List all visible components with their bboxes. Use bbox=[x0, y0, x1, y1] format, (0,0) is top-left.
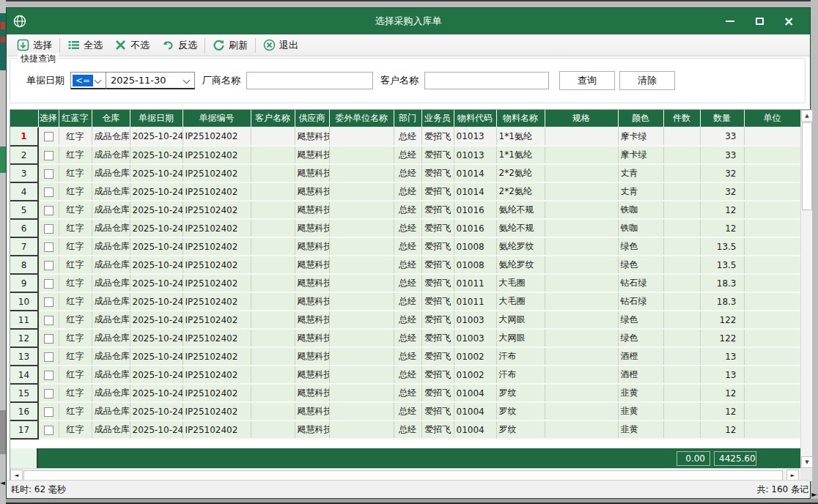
row-checkbox[interactable] bbox=[44, 279, 54, 289]
cell-mat_name[interactable]: 2*2氨纶 bbox=[496, 182, 545, 201]
column-header[interactable]: 规格 bbox=[545, 110, 618, 127]
cell-salesman[interactable]: 爱招飞 bbox=[421, 366, 454, 384]
cell-spec[interactable] bbox=[545, 146, 618, 164]
cell-pieces[interactable] bbox=[663, 347, 700, 366]
cell-red_blue[interactable]: 红字 bbox=[59, 182, 92, 201]
cell-pieces[interactable] bbox=[663, 164, 700, 182]
cell-color[interactable]: 钻石绿 bbox=[618, 274, 663, 292]
cell-mat_name[interactable]: 氨纶罗纹 bbox=[496, 237, 545, 256]
column-header[interactable]: 业务员 bbox=[421, 110, 454, 127]
cell-date[interactable]: 2025-10-24 bbox=[130, 402, 183, 420]
cell-doc_no[interactable]: IP25102402 bbox=[183, 384, 251, 402]
cell-mat_code[interactable]: 01014 bbox=[454, 182, 496, 201]
cell-mat_name[interactable]: 2*2氨纶 bbox=[496, 164, 545, 182]
cell-pieces[interactable] bbox=[663, 366, 700, 384]
row-checkbox[interactable] bbox=[44, 426, 54, 435]
cell-red_blue[interactable]: 红字 bbox=[59, 201, 92, 219]
cell-color[interactable]: 绿色 bbox=[618, 256, 663, 274]
row-number[interactable]: 5 bbox=[10, 201, 38, 219]
cell-date[interactable]: 2025-10-24 bbox=[130, 182, 183, 201]
cell-salesman[interactable]: 爱招飞 bbox=[421, 256, 454, 274]
cell-customer[interactable] bbox=[251, 237, 295, 256]
cell-date[interactable]: 2025-10-24 bbox=[130, 237, 183, 256]
cell-unit[interactable] bbox=[744, 366, 800, 384]
cell-pieces[interactable] bbox=[663, 182, 700, 201]
cell-salesman[interactable]: 爱招飞 bbox=[421, 402, 454, 420]
cell-color[interactable]: 丈青 bbox=[618, 182, 663, 201]
cell-spec[interactable] bbox=[545, 329, 618, 347]
cell-dept[interactable]: 总经 bbox=[394, 127, 421, 146]
cell-warehouse[interactable]: 成品仓库 bbox=[92, 237, 130, 256]
row-checkbox[interactable] bbox=[44, 224, 54, 234]
cell-unit[interactable] bbox=[744, 127, 800, 146]
column-header[interactable]: 仓库 bbox=[92, 110, 130, 127]
cell-date[interactable]: 2025-10-24 bbox=[130, 420, 183, 439]
row-number[interactable]: 8 bbox=[10, 256, 38, 274]
select-button[interactable]: 选择 bbox=[11, 37, 58, 54]
cell-qty[interactable]: 32 bbox=[700, 182, 744, 201]
cell-spec[interactable] bbox=[545, 366, 618, 384]
cell-dept[interactable]: 总经 bbox=[394, 237, 421, 256]
cell-color[interactable]: 绿色 bbox=[618, 311, 663, 329]
cell-dept[interactable]: 总经 bbox=[394, 182, 421, 201]
cell-mat_code[interactable]: 01013 bbox=[454, 146, 496, 164]
cell-mat_name[interactable]: 罗纹 bbox=[496, 402, 545, 420]
cell-salesman[interactable]: 爱招飞 bbox=[421, 182, 454, 201]
row-number[interactable]: 16 bbox=[10, 402, 38, 420]
cell-outsource[interactable] bbox=[329, 402, 394, 420]
cell-doc_no[interactable]: IP25102402 bbox=[183, 311, 251, 329]
cell-customer[interactable] bbox=[251, 164, 295, 182]
cell-date[interactable]: 2025-10-24 bbox=[130, 366, 183, 384]
row-number[interactable]: 2 bbox=[10, 146, 38, 164]
cell-unit[interactable] bbox=[744, 182, 800, 201]
cell-qty[interactable]: 18.3 bbox=[700, 292, 744, 311]
cell-dept[interactable]: 总经 bbox=[394, 347, 421, 366]
cell-warehouse[interactable]: 成品仓库 bbox=[92, 329, 130, 347]
cell-supplier[interactable]: 飓慧科技 bbox=[295, 402, 329, 420]
cell-mat_name[interactable]: 汗布 bbox=[496, 347, 545, 366]
scroll-up-arrow[interactable]: ▲ bbox=[801, 110, 813, 122]
cell-customer[interactable] bbox=[251, 182, 295, 201]
cell-customer[interactable] bbox=[251, 146, 295, 164]
cell-spec[interactable] bbox=[545, 274, 618, 292]
cell-dept[interactable]: 总经 bbox=[394, 329, 421, 347]
cell-doc_no[interactable]: IP25102402 bbox=[183, 237, 251, 256]
cell-color[interactable]: 摩卡绿 bbox=[618, 127, 663, 146]
cell-red_blue[interactable]: 红字 bbox=[59, 219, 92, 237]
customer-input[interactable] bbox=[424, 72, 549, 89]
column-header[interactable]: 单位 bbox=[744, 110, 800, 127]
cell-date[interactable]: 2025-10-24 bbox=[130, 347, 183, 366]
scroll-down-arrow[interactable]: ▼ bbox=[801, 456, 813, 468]
cell-salesman[interactable]: 爱招飞 bbox=[421, 201, 454, 219]
cell-spec[interactable] bbox=[545, 292, 618, 311]
cell-customer[interactable] bbox=[251, 402, 295, 420]
row-number[interactable]: 13 bbox=[10, 347, 38, 366]
row-checkbox[interactable] bbox=[44, 297, 54, 307]
cell-doc_no[interactable]: IP25102402 bbox=[183, 127, 251, 146]
cell-date[interactable]: 2025-10-24 bbox=[130, 292, 183, 311]
cell-mat_name[interactable]: 大毛圈 bbox=[496, 292, 545, 311]
cell-date[interactable]: 2025-10-24 bbox=[130, 146, 183, 164]
cell-dept[interactable]: 总经 bbox=[394, 164, 421, 182]
cell-pieces[interactable] bbox=[663, 292, 700, 311]
cell-warehouse[interactable]: 成品仓库 bbox=[92, 256, 130, 274]
cell-outsource[interactable] bbox=[329, 201, 394, 219]
cell-supplier[interactable]: 飓慧科技 bbox=[295, 164, 329, 182]
cell-color[interactable]: 绿色 bbox=[618, 329, 663, 347]
cell-unit[interactable] bbox=[744, 146, 800, 164]
cell-unit[interactable] bbox=[744, 219, 800, 237]
cell-customer[interactable] bbox=[251, 329, 295, 347]
cell-spec[interactable] bbox=[545, 256, 618, 274]
cell-mat_code[interactable]: 01002 bbox=[454, 366, 496, 384]
cell-mat_code[interactable]: 01003 bbox=[454, 311, 496, 329]
cell-outsource[interactable] bbox=[329, 274, 394, 292]
cell-salesman[interactable]: 爱招飞 bbox=[421, 127, 454, 146]
cell-mat_name[interactable]: 大网眼 bbox=[496, 329, 545, 347]
cell-color[interactable]: 铁咖 bbox=[618, 201, 663, 219]
column-header[interactable]: 红蓝字 bbox=[59, 110, 92, 127]
cell-outsource[interactable] bbox=[329, 347, 394, 366]
cell-doc_no[interactable]: IP25102402 bbox=[183, 329, 251, 347]
cell-color[interactable]: 韭黄 bbox=[618, 420, 663, 439]
cell-doc_no[interactable]: IP25102402 bbox=[183, 256, 251, 274]
row-checkbox[interactable] bbox=[44, 132, 54, 141]
